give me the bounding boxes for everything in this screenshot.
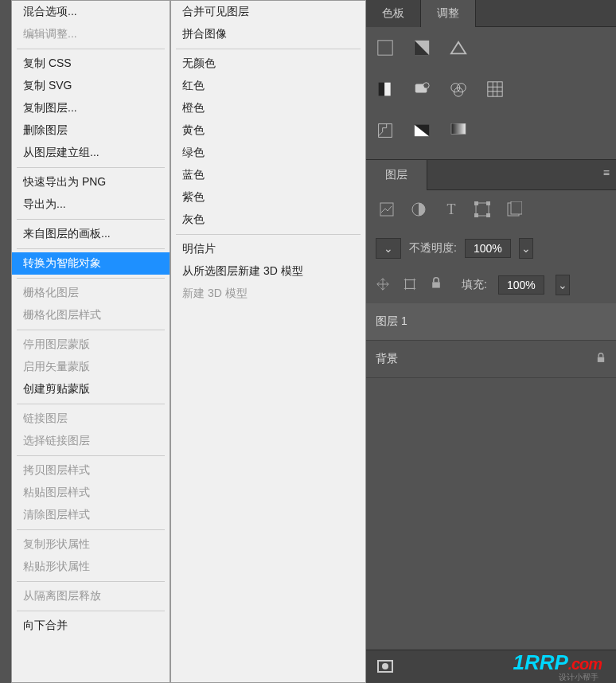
- menu2-item[interactable]: 绿色: [171, 142, 365, 164]
- menu-separator: [17, 330, 165, 330]
- threshold-icon[interactable]: [412, 121, 431, 140]
- opacity-label: 不透明度:: [409, 241, 457, 256]
- svg-rect-32: [598, 357, 604, 361]
- swatches-adjustments-tabs: 色板 调整: [366, 0, 616, 27]
- tab-swatches[interactable]: 色板: [366, 0, 421, 27]
- menu2-item: 新建 3D 模型: [171, 283, 365, 305]
- blend-opacity-row: ⌄ 不透明度: 100% ⌄: [366, 230, 616, 267]
- svg-rect-23: [486, 213, 490, 217]
- filter-smart-icon[interactable]: [506, 201, 524, 219]
- photo-filter-icon[interactable]: [412, 80, 431, 99]
- menu1-item: 启用矢量蒙版: [12, 356, 170, 378]
- menu1-item: 链接图层: [12, 408, 170, 430]
- menu1-item[interactable]: 创建剪贴蒙版: [12, 378, 170, 400]
- gradient-map-icon[interactable]: [449, 121, 468, 140]
- tab-spacer: [476, 0, 616, 27]
- menu2-item[interactable]: 合并可见图层: [171, 1, 365, 23]
- menu1-item[interactable]: 导出为...: [12, 193, 170, 216]
- menu1-item[interactable]: 复制 CSS: [12, 53, 170, 75]
- layer-filter-row: T: [366, 190, 616, 230]
- lock-artboard-icon[interactable]: [403, 277, 419, 293]
- svg-rect-26: [406, 280, 415, 289]
- menu1-item[interactable]: 快速导出为 PNG: [12, 171, 170, 193]
- menu1-item[interactable]: 来自图层的画板...: [12, 223, 170, 245]
- layer-row-layer1[interactable]: 图层 1: [366, 303, 616, 341]
- layer-name: 图层 1: [376, 314, 606, 329]
- menu-separator: [17, 49, 165, 49]
- tab-layers[interactable]: 图层: [366, 160, 427, 190]
- menu-separator: [176, 49, 361, 49]
- layer-row-background[interactable]: 背景: [366, 341, 616, 378]
- menu-separator: [17, 278, 165, 279]
- svg-rect-0: [378, 41, 392, 55]
- filter-pixel-icon[interactable]: [379, 201, 396, 219]
- menu1-item: 粘贴图层样式: [12, 482, 170, 504]
- menu-separator: [17, 248, 165, 249]
- menu2-item[interactable]: 黄色: [171, 119, 365, 142]
- lock-indicator-icon: [595, 353, 606, 366]
- menu2-item[interactable]: 从所选图层新建 3D 模型: [171, 260, 365, 283]
- layer-context-submenu: 合并可见图层拼合图像无颜色红色橙色黄色绿色蓝色紫色灰色明信片从所选图层新建 3D…: [170, 0, 366, 683]
- posterize-icon[interactable]: [376, 121, 395, 140]
- menu2-item[interactable]: 拼合图像: [171, 23, 365, 45]
- svg-rect-17: [380, 203, 393, 216]
- triangle-icon[interactable]: [449, 38, 468, 57]
- filter-adjust-icon[interactable]: [411, 201, 428, 219]
- lock-all-icon[interactable]: [430, 277, 446, 293]
- svg-rect-31: [432, 282, 440, 287]
- menu1-item: 从隔离图层释放: [12, 585, 170, 607]
- bw-icon[interactable]: [376, 80, 395, 99]
- exposure-icon[interactable]: [412, 38, 431, 57]
- svg-rect-14: [379, 124, 392, 138]
- adjustments-icon-row-3: [366, 68, 616, 110]
- svg-point-5: [423, 83, 429, 88]
- menu2-item[interactable]: 橙色: [171, 97, 365, 119]
- panel-menu-button[interactable]: [427, 160, 616, 190]
- menu-separator: [17, 167, 165, 168]
- lock-move-icon[interactable]: [376, 277, 392, 293]
- opacity-flyout[interactable]: ⌄: [519, 238, 533, 259]
- right-docked-panels: 色板 调整 图层 T ⌄ 不透明度: 1: [366, 0, 616, 683]
- fill-flyout[interactable]: ⌄: [556, 275, 570, 295]
- opacity-value[interactable]: 100%: [465, 239, 511, 258]
- menu2-item[interactable]: 无颜色: [171, 53, 365, 75]
- fill-value[interactable]: 100%: [498, 275, 544, 295]
- channel-mixer-icon[interactable]: [449, 80, 468, 99]
- menu2-item[interactable]: 蓝色: [171, 164, 365, 186]
- adjustments-icon-row-4: [366, 110, 616, 151]
- menu-separator: [17, 404, 165, 404]
- menu1-item[interactable]: 复制图层...: [12, 97, 170, 119]
- svg-rect-21: [486, 201, 490, 205]
- fill-label: 填充:: [462, 278, 487, 292]
- filter-type-icon[interactable]: T: [443, 201, 460, 219]
- color-lookup-icon[interactable]: [485, 80, 505, 99]
- menu2-item[interactable]: 明信片: [171, 238, 365, 260]
- tab-adjustments[interactable]: 调整: [421, 0, 476, 27]
- menu-separator: [17, 611, 165, 611]
- filter-shape-icon[interactable]: [474, 201, 492, 219]
- curves-icon[interactable]: [376, 38, 395, 57]
- menu2-item[interactable]: 紫色: [171, 186, 365, 209]
- menu1-item[interactable]: 复制 SVG: [12, 75, 170, 97]
- svg-rect-25: [511, 201, 522, 214]
- layers-panel-tabs: 图层: [366, 160, 616, 190]
- blend-mode-dropdown[interactable]: ⌄: [376, 238, 401, 259]
- menu1-item: 清除图层样式: [12, 504, 170, 526]
- menu-separator: [17, 219, 165, 220]
- menu-separator: [17, 581, 165, 582]
- menu1-item: 选择链接图层: [12, 430, 170, 452]
- menu1-item[interactable]: 混合选项...: [12, 1, 170, 23]
- menu1-item[interactable]: 从图层建立组...: [12, 142, 170, 164]
- mask-icon[interactable]: [377, 658, 395, 676]
- svg-rect-2: [379, 83, 385, 96]
- menu-separator: [176, 234, 361, 235]
- layer-context-menu: 混合选项...编辑调整...复制 CSS复制 SVG复制图层...删除图层从图层…: [11, 0, 170, 683]
- svg-rect-9: [488, 82, 502, 96]
- adjustments-icon-row-2: [366, 27, 616, 68]
- menu1-item[interactable]: 转换为智能对象: [12, 252, 170, 275]
- menu2-item[interactable]: 红色: [171, 75, 365, 97]
- menu1-item[interactable]: 向下合并: [12, 615, 170, 637]
- menu2-item[interactable]: 灰色: [171, 209, 365, 231]
- menu1-item[interactable]: 删除图层: [12, 119, 170, 142]
- menu-separator: [17, 455, 165, 456]
